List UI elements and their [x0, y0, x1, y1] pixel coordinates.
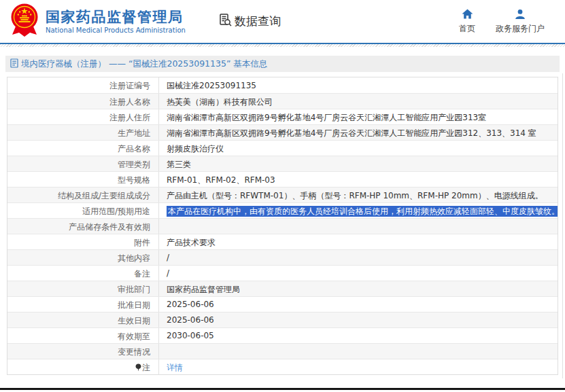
table-row: 生效日期2025-06-06: [7, 312, 558, 327]
nmpa-logo[interactable]: 国家药品监督管理局 National Medical Products Admi…: [9, 3, 186, 41]
table-row: 注册人住所湖南省湘潭市高新区双拥路9号孵化基地4号厂房云谷天汇湘潭人工智能应用产…: [7, 109, 558, 124]
row-value: 湖南省湘潭市高新区双拥路9号孵化基地4号厂房云谷天汇湘潭人工智能应用产业园312…: [159, 125, 558, 140]
header-divider-hatch: [0, 44, 565, 47]
row-label: 有效期至: [7, 328, 159, 343]
row-label: 产品储存条件及有效期: [7, 219, 159, 234]
row-label: 其他内容: [7, 250, 159, 265]
info-table: 注册证编号国械注准20253091135注册人名称热芙美（湖南）科技有限公司注册…: [7, 77, 558, 375]
table-row: 审批部门国家药品监督管理局: [7, 281, 558, 296]
row-value: 2025-06-06: [159, 297, 558, 312]
user-icon: [515, 9, 526, 21]
header-nav: 首页 政务服务门户: [459, 9, 554, 35]
table-row: 其他内容/: [7, 249, 558, 265]
row-label: 备注: [7, 266, 159, 281]
table-row: 附件产品技术要求: [7, 234, 558, 249]
row-value: 产品由主机（型号：RFWTM-01）、手柄（型号：RFM-HP 10mm、RFM…: [159, 188, 558, 202]
row-value: 国械注准20253091135: [159, 77, 558, 93]
pin-icon: [135, 363, 141, 372]
row-value: 本产品在医疗机构中，由有资质的医务人员经培训合格后使用，利用射频热效应减轻面部轻…: [159, 203, 558, 218]
row-value: 2025-06-06: [159, 313, 558, 327]
nav-home[interactable]: 首页: [459, 9, 475, 35]
table-row: 备注/: [7, 265, 558, 281]
table-row: 结构及组成/主要组成成分产品由主机（型号：RFWTM-01）、手柄（型号：RFM…: [7, 187, 558, 202]
org-name: 国家药品监督管理局: [46, 9, 186, 25]
row-label: 型号规格: [7, 172, 159, 187]
detail-link[interactable]: 详情: [167, 363, 183, 372]
nav-home-label: 首页: [459, 23, 475, 35]
row-label: 管理类别: [7, 156, 159, 171]
table-row: 生产地址湖南省湘潭市高新区双拥路9号孵化基地4号厂房云谷天汇湘潭人工智能应用产业…: [7, 124, 558, 140]
row-label: 注册人住所: [7, 109, 159, 124]
row-label: 生效日期: [7, 313, 159, 327]
row-label-text: 注: [142, 363, 150, 372]
row-value: 湖南省湘潭市高新区双拥路9号孵化基地4号厂房云谷天汇湘潭人工智能应用产业园313…: [159, 109, 558, 124]
doc-search-icon: [218, 13, 233, 30]
breadcrumb-title: 境内医疗器械（注册） —— “国械注准20253091135” 基本信息: [21, 58, 267, 70]
national-emblem-icon: [9, 3, 40, 41]
row-label: 注册人名称: [7, 94, 159, 109]
row-value: RFM-01、RFM-02、RFM-03: [159, 172, 558, 187]
breadcrumb: 境内医疗器械（注册） —— “国械注准20253091135” 基本信息: [5, 56, 560, 72]
table-row: 管理类别第三类: [7, 156, 558, 171]
home-icon: [462, 9, 473, 21]
row-label: 适用范围/预期用途: [7, 203, 159, 218]
page-right-edge: [562, 73, 563, 378]
table-row: 变更情况: [7, 343, 558, 359]
row-label: 生产地址: [7, 125, 159, 140]
row-label: 批准日期: [7, 297, 159, 312]
row-value: /: [159, 266, 558, 281]
row-value: 第三类: [159, 156, 558, 171]
row-value: 详情: [159, 359, 558, 374]
table-row: 注详情: [7, 359, 558, 374]
row-label: 产品名称: [7, 141, 159, 156]
table-row: 产品储存条件及有效期: [7, 218, 558, 234]
row-value: 射频皮肤治疗仪: [159, 141, 558, 156]
table-row: 有效期至2030-06-05: [7, 327, 558, 343]
row-value: 国家药品监督管理局: [159, 281, 558, 296]
table-row: 注册证编号国械注准20253091135: [7, 77, 558, 93]
row-value: [159, 219, 558, 234]
org-name-en: National Medical Products Administration: [46, 26, 186, 35]
footer-divider: [0, 388, 565, 390]
data-query-tab[interactable]: 数据查询: [218, 13, 281, 30]
row-label: 注: [7, 359, 159, 374]
row-value: 产品技术要求: [159, 234, 558, 249]
row-value: 2030-06-05: [159, 328, 558, 343]
table-row: 产品名称射频皮肤治疗仪: [7, 140, 558, 156]
table-row: 适用范围/预期用途本产品在医疗机构中，由有资质的医务人员经培训合格后使用，利用射…: [7, 202, 558, 218]
row-value: 热芙美（湖南）科技有限公司: [159, 94, 558, 109]
row-value: [159, 344, 558, 359]
row-label: 附件: [7, 234, 159, 249]
document-icon: [10, 58, 18, 70]
row-label: 审批部门: [7, 281, 159, 296]
table-row: 注册人名称热芙美（湖南）科技有限公司: [7, 93, 558, 109]
nav-gov-portal[interactable]: 政务服务门户: [496, 9, 545, 35]
row-label: 注册证编号: [7, 77, 159, 93]
row-label: 结构及组成/主要组成成分: [7, 188, 159, 202]
highlighted-value: 本产品在医疗机构中，由有资质的医务人员经培训合格后使用，利用射频热效应减轻面部轻…: [167, 206, 558, 217]
table-row: 型号规格RFM-01、RFM-02、RFM-03: [7, 171, 558, 187]
site-header: 国家药品监督管理局 National Medical Products Admi…: [0, 0, 565, 43]
table-row: 批准日期2025-06-06: [7, 296, 558, 312]
data-query-label: 数据查询: [235, 14, 281, 29]
nav-gov-portal-label: 政务服务门户: [496, 23, 545, 35]
row-value: /: [159, 250, 558, 265]
row-label: 变更情况: [7, 344, 159, 359]
